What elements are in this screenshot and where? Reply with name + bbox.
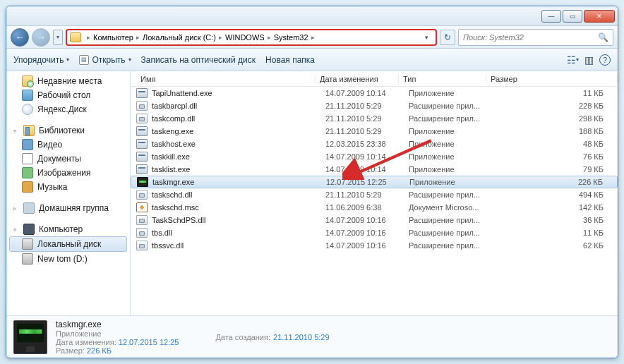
- sidebar-item-video[interactable]: Видео: [6, 138, 130, 152]
- file-row[interactable]: taskhost.exe12.03.2015 23:38Приложение48…: [131, 138, 618, 150]
- open-button[interactable]: ▤Открыть▾: [79, 55, 131, 65]
- breadcrumb-computer[interactable]: Компьютер: [93, 33, 133, 42]
- dll-icon: [136, 190, 148, 200]
- address-dropdown[interactable]: ▾: [420, 34, 433, 41]
- file-type: Документ Microso...: [409, 203, 496, 212]
- sidebar-group-computer[interactable]: ▿Компьютер: [6, 222, 130, 236]
- back-button[interactable]: ←: [11, 28, 29, 47]
- file-row[interactable]: taskschd.dll21.11.2010 5:29Расширение пр…: [131, 188, 618, 201]
- maximize-button[interactable]: ▭: [563, 10, 582, 23]
- open-label: Открыть: [92, 55, 125, 65]
- file-row[interactable]: taskkill.exe14.07.2009 10:14Приложение76…: [131, 150, 618, 163]
- dll-icon: [136, 241, 148, 250]
- refresh-button[interactable]: ↻: [440, 30, 455, 45]
- address-bar[interactable]: ▸ Компьютер ▸ Локальный диск (C:) ▸ WIND…: [66, 29, 437, 46]
- file-size: 62 КБ: [496, 241, 618, 250]
- breadcrumb-system32[interactable]: System32: [274, 33, 308, 42]
- file-name: taskcomp.dll: [152, 114, 325, 123]
- taskmgr-icon: [137, 177, 148, 187]
- col-date[interactable]: Дата изменения: [316, 75, 399, 83]
- expand-icon[interactable]: ▿: [13, 226, 19, 233]
- exe-icon: [136, 152, 148, 162]
- minimize-button[interactable]: —: [541, 10, 561, 23]
- details-filetype: Приложение: [56, 329, 179, 338]
- breadcrumb-drive-c[interactable]: Локальный диск (C:): [143, 33, 216, 42]
- sidebar-item-yadisk[interactable]: Яндекс.Диск: [6, 102, 130, 116]
- new-folder-button[interactable]: Новая папка: [265, 55, 315, 65]
- file-type: Расширение прил...: [409, 216, 496, 224]
- burn-button[interactable]: Записать на оптический диск: [141, 55, 256, 65]
- breadcrumb-sep[interactable]: ▸: [308, 34, 318, 41]
- help-button[interactable]: ?: [599, 54, 611, 66]
- file-row[interactable]: taskschd.msc11.06.2009 6:38Документ Micr…: [131, 201, 618, 214]
- navigation-pane[interactable]: Недавние места Рабочий стол Яндекс.Диск …: [6, 71, 131, 315]
- search-icon: 🔍: [598, 32, 608, 42]
- sidebar-group-libraries[interactable]: ▿Библиотеки: [6, 123, 130, 138]
- sidebar-label: Музыка: [37, 182, 67, 192]
- breadcrumb-sep[interactable]: ▸: [216, 34, 225, 41]
- search-box[interactable]: 🔍: [458, 29, 613, 46]
- file-row[interactable]: tasklist.exe14.07.2009 10:14Приложение79…: [131, 163, 618, 176]
- file-row[interactable]: TapiUnattend.exe14.07.2009 10:14Приложен…: [131, 87, 618, 99]
- file-name: taskschd.msc: [152, 203, 325, 212]
- column-headers[interactable]: Имя Дата изменения Тип Размер: [131, 71, 618, 87]
- file-date: 21.11.2010 5:29: [325, 190, 409, 199]
- organize-menu[interactable]: Упорядочить▾: [13, 55, 69, 65]
- sidebar-label: Недавние места: [37, 76, 102, 86]
- breadcrumb-sep[interactable]: ▸: [265, 34, 274, 41]
- sidebar-item-documents[interactable]: Документы: [6, 152, 130, 166]
- file-date: 21.11.2010 5:29: [325, 127, 409, 135]
- content-area: Недавние места Рабочий стол Яндекс.Диск …: [6, 71, 618, 315]
- video-icon: [22, 139, 33, 150]
- search-input[interactable]: [463, 33, 594, 42]
- file-type: Расширение прил...: [409, 229, 496, 237]
- file-date: 14.07.2009 10:14: [325, 165, 409, 174]
- file-type: Расширение прил...: [409, 102, 496, 110]
- sidebar-item-recent[interactable]: Недавние места: [6, 74, 130, 88]
- sidebar-group-homegroup[interactable]: ▹Домашняя группа: [6, 201, 130, 215]
- sidebar-item-pictures[interactable]: Изображения: [6, 166, 130, 180]
- sidebar-item-desktop[interactable]: Рабочий стол: [6, 88, 130, 102]
- file-row[interactable]: tbs.dll14.07.2009 10:16Расширение прил..…: [131, 226, 618, 239]
- details-created-value: 21.11.2010 5:29: [273, 333, 330, 341]
- col-name[interactable]: Имя: [136, 75, 316, 83]
- forward-button[interactable]: →: [32, 28, 50, 47]
- file-row[interactable]: TaskSchdPS.dll14.07.2009 10:16Расширение…: [131, 214, 618, 226]
- breadcrumb-sep[interactable]: ▸: [133, 34, 143, 41]
- details-modified-value: 12.07.2015 12:25: [119, 338, 179, 346]
- preview-pane-button[interactable]: ▥: [584, 54, 594, 66]
- expand-icon[interactable]: ▿: [13, 128, 19, 134]
- file-size: 228 КБ: [496, 102, 618, 110]
- expand-icon[interactable]: ▹: [13, 205, 19, 212]
- file-row-selected[interactable]: taskmgr.exe12.07.2015 12:25Приложение226…: [131, 176, 618, 188]
- command-bar: Упорядочить▾ ▤Открыть▾ Записать на оптич…: [6, 49, 618, 71]
- col-size[interactable]: Размер: [486, 75, 618, 83]
- file-thumbnail: [13, 320, 47, 354]
- sidebar-item-music[interactable]: Музыка: [6, 180, 130, 194]
- file-row[interactable]: taskbarcpl.dll21.11.2010 5:29Расширение …: [131, 99, 618, 112]
- file-date: 14.07.2009 10:16: [325, 216, 409, 224]
- burn-label: Записать на оптический диск: [141, 55, 256, 65]
- organize-label: Упорядочить: [13, 55, 64, 65]
- sidebar-item-local-disk[interactable]: Локальный диск: [9, 236, 127, 252]
- file-row[interactable]: tbssvc.dll14.07.2009 10:16Расширение при…: [131, 239, 618, 252]
- details-meta: Дата создания: 21.11.2010 5:29: [215, 333, 329, 341]
- file-name: taskhost.exe: [152, 140, 325, 148]
- file-date: 12.03.2015 23:38: [325, 140, 409, 148]
- history-dropdown[interactable]: ▾: [53, 30, 63, 45]
- sidebar-item-new-tom[interactable]: New tom (D:): [6, 252, 130, 266]
- dll-icon: [136, 228, 148, 238]
- file-list[interactable]: TapiUnattend.exe14.07.2009 10:14Приложен…: [131, 87, 618, 315]
- file-row[interactable]: taskcomp.dll21.11.2010 5:29Расширение пр…: [131, 112, 618, 125]
- close-button[interactable]: ✕: [584, 10, 615, 23]
- file-size: 142 КБ: [496, 203, 618, 212]
- breadcrumb-windows[interactable]: WINDOWS: [225, 33, 265, 42]
- file-date: 14.07.2009 10:14: [325, 152, 409, 161]
- col-type[interactable]: Тип: [399, 75, 486, 83]
- breadcrumb-sep[interactable]: ▸: [84, 34, 93, 41]
- file-size: 48 КБ: [496, 140, 618, 148]
- file-row[interactable]: taskeng.exe21.11.2010 5:29Приложение188 …: [131, 125, 618, 138]
- sidebar-label: Локальный диск: [37, 239, 101, 249]
- view-menu[interactable]: ☷ ▾: [567, 54, 579, 66]
- desktop-icon: [22, 90, 33, 101]
